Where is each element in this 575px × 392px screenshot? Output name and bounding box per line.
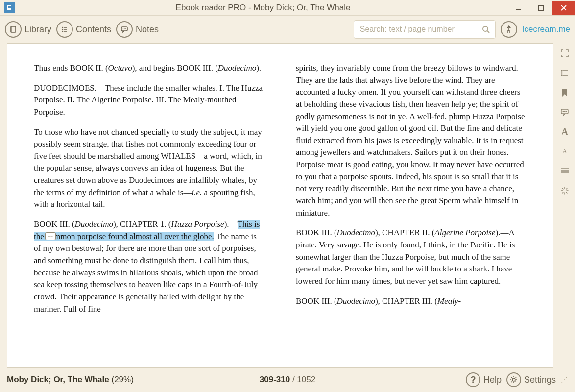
svg-line-40: [566, 192, 567, 193]
paragraph: Thus ends BOOK II. (Octavo), and begins …: [34, 62, 264, 74]
reader-area: Thus ends BOOK II. (Octavo), and begins …: [0, 43, 575, 368]
svg-point-28: [563, 111, 564, 112]
fullscreen-icon[interactable]: [559, 48, 570, 59]
annotation-icon[interactable]: [559, 107, 570, 118]
paragraph: BOOK III. (Duodecimo), CHAPTER 1. (Huzza…: [34, 219, 264, 315]
contents-button[interactable]: Contents: [56, 21, 111, 38]
svg-point-23: [561, 73, 562, 74]
list-icon: [56, 21, 73, 38]
svg-point-43: [512, 378, 515, 381]
svg-point-19: [483, 26, 488, 31]
help-button[interactable]: ? Help: [466, 372, 502, 387]
svg-line-39: [562, 188, 563, 189]
svg-line-42: [562, 192, 563, 193]
svg-rect-3: [516, 9, 521, 10]
right-column: spirits, they invariably come from the b…: [296, 62, 527, 348]
columns-icon[interactable]: [559, 166, 570, 176]
window-title: Ebook reader PRO - Moby Dick; Or, The Wh…: [19, 3, 507, 13]
brand-link[interactable]: Icecream.me: [522, 24, 570, 34]
svg-rect-1: [8, 6, 11, 7]
paragraph: DUODECIMOES.—These include the smaller w…: [34, 82, 264, 119]
paragraph: spirits, they invariably come from the b…: [296, 62, 527, 219]
paragraph: BOOK III. (Duodecimo), CHAPTER II. (Alge…: [296, 227, 527, 287]
left-column: Thus ends BOOK II. (Octavo), and begins …: [34, 62, 264, 348]
brightness-icon[interactable]: [559, 185, 570, 196]
status-book-title: Moby Dick; Or, The Whale (29%): [7, 375, 134, 385]
toc-icon[interactable]: [559, 68, 570, 78]
book-icon: [5, 21, 22, 38]
search-box[interactable]: [354, 20, 496, 39]
help-icon: ?: [466, 372, 480, 387]
paragraph: BOOK III. (Duodecimo), CHAPTER III. (Mea…: [296, 295, 527, 308]
svg-point-9: [62, 27, 64, 28]
close-button[interactable]: [552, 1, 575, 15]
svg-point-16: [123, 28, 124, 29]
contents-label: Contents: [76, 24, 111, 35]
note-icon: [116, 21, 133, 38]
side-tools: A A: [559, 48, 570, 196]
maximize-button[interactable]: [530, 1, 552, 15]
settings-label: Settings: [524, 375, 556, 385]
search-input[interactable]: [359, 24, 478, 34]
resize-grip[interactable]: ⋰: [561, 376, 568, 384]
svg-point-11: [62, 31, 64, 32]
library-button[interactable]: Library: [5, 21, 51, 38]
brand-icon[interactable]: [501, 21, 517, 38]
reader-page[interactable]: Thus ends BOOK II. (Octavo), and begins …: [7, 43, 553, 368]
settings-button[interactable]: Settings: [506, 372, 556, 387]
help-label: Help: [483, 375, 502, 385]
svg-point-10: [62, 29, 64, 30]
svg-rect-4: [539, 5, 544, 10]
gear-icon: [506, 372, 521, 387]
svg-line-20: [487, 31, 489, 33]
paragraph: To those who have not chanced specially …: [34, 126, 264, 211]
svg-point-30: [566, 111, 567, 112]
svg-rect-2: [8, 7, 11, 8]
window-controls: [507, 1, 575, 15]
toolbar: Library Contents Notes Icecream.me: [0, 16, 575, 43]
svg-point-18: [125, 28, 126, 29]
notes-label: Notes: [136, 24, 159, 35]
status-bar: Moby Dick; Or, The Whale (29%) 309-310 /…: [0, 368, 575, 392]
svg-line-41: [566, 188, 567, 189]
app-icon: [4, 2, 15, 13]
svg-point-17: [124, 28, 125, 29]
library-label: Library: [24, 24, 51, 35]
title-bar: Ebook reader PRO - Moby Dick; Or, The Wh…: [0, 0, 575, 16]
search-icon[interactable]: [481, 25, 490, 34]
note-marker-icon[interactable]: •••: [45, 232, 56, 240]
svg-point-21: [561, 70, 562, 71]
font-larger-icon[interactable]: A: [559, 126, 570, 137]
notes-button[interactable]: Notes: [116, 21, 159, 38]
minimize-button[interactable]: [507, 1, 530, 15]
bookmark-icon[interactable]: [559, 87, 570, 98]
font-smaller-icon[interactable]: A: [559, 146, 570, 157]
svg-point-25: [561, 75, 562, 76]
svg-point-29: [564, 111, 565, 112]
